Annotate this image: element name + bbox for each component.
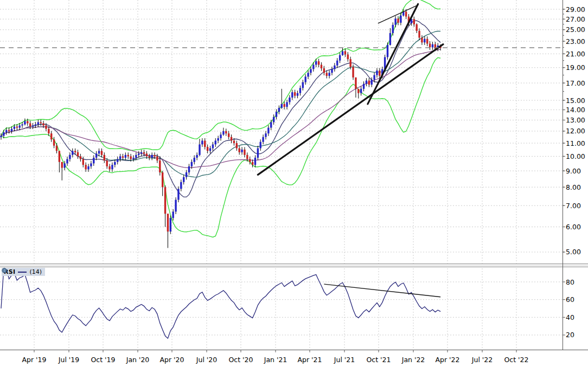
svg-text:Oct '20: Oct '20 (229, 356, 253, 364)
svg-text:8.00: 8.00 (566, 183, 581, 191)
svg-text:Oct '22: Oct '22 (504, 356, 529, 364)
svg-text:13.00: 13.00 (566, 116, 585, 124)
svg-text:Oct '19: Oct '19 (91, 356, 116, 364)
svg-text:15.00: 15.00 (566, 96, 585, 105)
svg-text:17.00: 17.00 (566, 79, 585, 87)
globe-icon[interactable] (2, 268, 7, 273)
svg-text:10.00: 10.00 (566, 152, 585, 160)
svg-text:20: 20 (566, 331, 574, 339)
svg-text:12.00: 12.00 (566, 127, 585, 135)
svg-text:60: 60 (566, 295, 574, 304)
svg-text:Jul '22: Jul '22 (471, 356, 493, 364)
rsi-line (1, 269, 440, 339)
svg-text:6.00: 6.00 (566, 223, 581, 231)
chart-window: 29.0027.0025.0023.0021.0019.0017.0015.00… (0, 0, 588, 367)
svg-text:9.00: 9.00 (566, 167, 581, 175)
rsi-trendline[interactable] (324, 284, 440, 297)
gridlines (0, 0, 563, 350)
svg-text:11.00: 11.00 (566, 139, 585, 147)
svg-text:Apr '20: Apr '20 (160, 356, 184, 364)
svg-text:40: 40 (566, 313, 574, 321)
svg-text:27.00: 27.00 (566, 15, 585, 23)
candlestick-series[interactable] (0, 9, 441, 248)
svg-text:5.00: 5.00 (566, 248, 581, 256)
moving-averages (1, 21, 440, 197)
svg-text:Jan '22: Jan '22 (401, 356, 425, 364)
svg-text:Apr '21: Apr '21 (298, 356, 322, 364)
svg-text:Apr '22: Apr '22 (436, 356, 460, 364)
svg-text:Jan '20: Jan '20 (126, 356, 150, 364)
svg-text:7.00: 7.00 (566, 202, 581, 210)
rsi-period-label: (14) (29, 268, 42, 275)
bollinger-bands (1, 0, 440, 237)
svg-text:Jul '20: Jul '20 (196, 356, 217, 364)
rsi-axis: 80604020 (563, 278, 574, 339)
svg-text:Jul '19: Jul '19 (58, 356, 79, 364)
svg-text:23.00: 23.00 (566, 37, 585, 46)
svg-text:Oct '21: Oct '21 (367, 356, 391, 364)
svg-text:Jul '21: Jul '21 (334, 356, 355, 364)
svg-text:Jan '21: Jan '21 (264, 356, 287, 364)
svg-text:14.00: 14.00 (566, 106, 585, 114)
svg-text:Apr '19: Apr '19 (22, 356, 47, 364)
svg-text:80: 80 (566, 278, 574, 286)
panel-separator (0, 263, 588, 267)
svg-text:21.00: 21.00 (566, 50, 585, 58)
svg-text:29.00: 29.00 (566, 5, 585, 14)
time-axis: Apr '19Jul '19Oct '19Jan '20Apr '20Jul '… (0, 350, 588, 364)
svg-text:19.00: 19.00 (566, 63, 585, 72)
svg-text:25.00: 25.00 (566, 25, 585, 34)
chart-canvas[interactable]: 29.0027.0025.0023.0021.0019.0017.0015.00… (0, 0, 588, 367)
rsi-line-sample (18, 272, 27, 273)
rsi-indicator-header[interactable]: RSI (14) (2, 268, 45, 276)
